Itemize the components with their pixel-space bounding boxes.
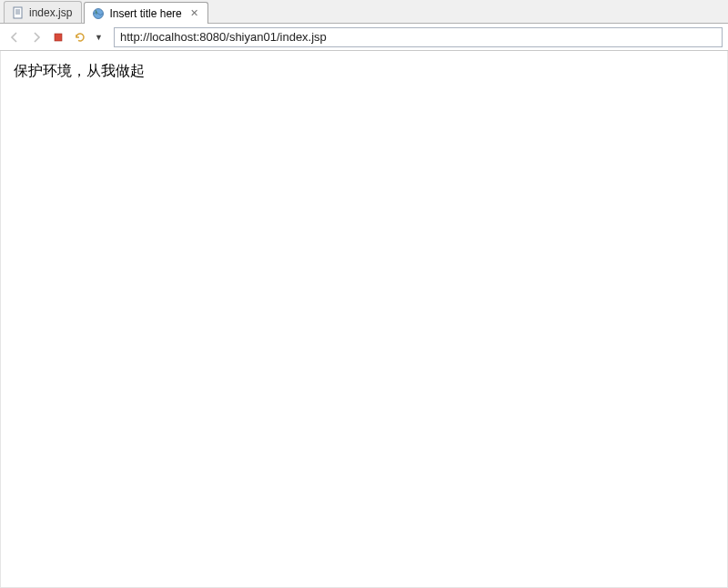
editor-tab-bar: index.jsp Insert title here ✕ <box>0 0 728 24</box>
jsp-file-icon <box>12 6 25 19</box>
browser-viewport: 保护环境，从我做起 <box>0 51 728 588</box>
tab-label: Insert title here <box>109 7 181 20</box>
tab-browser-preview[interactable]: Insert title here ✕ <box>84 2 207 24</box>
stop-icon <box>53 32 64 43</box>
arrow-left-icon <box>8 31 21 44</box>
svg-rect-5 <box>55 34 62 41</box>
page-body-text: 保护环境，从我做起 <box>14 62 714 81</box>
globe-icon <box>92 7 105 20</box>
toolbar-dropdown-icon[interactable]: ▼ <box>93 33 105 42</box>
refresh-icon <box>74 31 86 44</box>
svg-rect-0 <box>14 7 22 18</box>
refresh-button[interactable] <box>71 28 89 46</box>
address-bar[interactable] <box>114 27 723 47</box>
close-icon[interactable]: ✕ <box>190 7 198 19</box>
browser-toolbar: ▼ <box>0 24 728 51</box>
arrow-right-icon <box>30 31 43 44</box>
tab-label: index.jsp <box>29 6 72 19</box>
back-button[interactable] <box>5 28 24 46</box>
forward-button[interactable] <box>27 28 46 46</box>
tab-index-jsp[interactable]: index.jsp <box>4 1 82 23</box>
stop-button[interactable] <box>49 28 67 46</box>
